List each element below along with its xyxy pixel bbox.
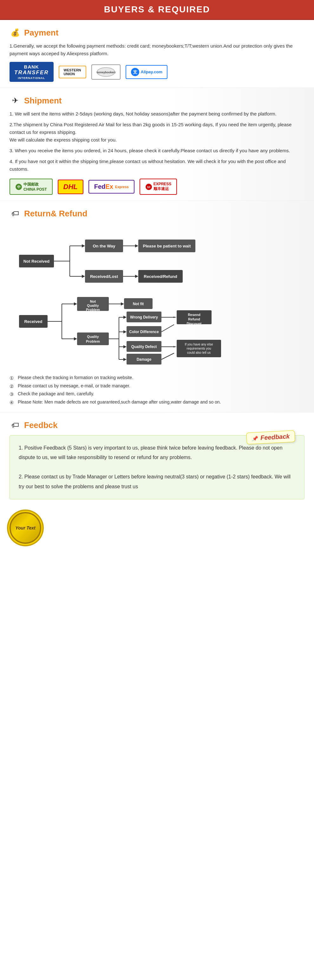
- chinapost-logo: 中 中国邮政CHINA POST: [10, 179, 53, 195]
- feedback-title: Feedbck: [24, 420, 58, 430]
- svg-marker-67: [173, 317, 177, 318]
- feedback-icon: 🏷: [10, 419, 21, 431]
- payment-section: 💰 Payment 1.Generally, we accept the fol…: [0, 20, 314, 88]
- note-2: ② Please contact us by meesage, e-mail, …: [10, 382, 304, 391]
- svg-text:支: 支: [133, 70, 138, 75]
- svg-text:On the Way: On the Way: [93, 243, 116, 248]
- shipment-text-1: 1. We will sent the items within 2-5days…: [10, 110, 304, 118]
- svg-text:moneybookers: moneybookers: [97, 71, 116, 74]
- svg-text:requirements you: requirements you: [187, 347, 211, 350]
- svg-text:Not fit: Not fit: [133, 302, 144, 306]
- svg-text:Discount: Discount: [187, 322, 201, 326]
- feedback-section: 🏷 Feedbck Feedback 1. Positive Feedback …: [0, 412, 314, 553]
- dhl-logo: DHL: [58, 180, 83, 194]
- svg-text:Not: Not: [90, 299, 96, 303]
- svg-marker-13: [82, 244, 85, 247]
- shipment-text-3: 3. When you receive the items you ordere…: [10, 147, 304, 154]
- svg-marker-25: [135, 275, 138, 278]
- shipment-title-row: ✈ Shipment: [10, 95, 304, 106]
- svg-text:Received: Received: [24, 319, 42, 324]
- note-4: ④ Please Note: Men made defects are not …: [10, 398, 304, 407]
- shipment-text-4: 4. If you have not got it within the shi…: [10, 158, 304, 173]
- shipment-title: Shipment: [24, 96, 62, 106]
- svg-text:Color Difference: Color Difference: [129, 329, 159, 334]
- svg-text:Received/Lost: Received/Lost: [90, 274, 118, 279]
- page-title: BUYERS & REQUIRED: [0, 5, 314, 14]
- svg-text:Quality Defect: Quality Defect: [131, 345, 157, 349]
- svg-text:Refund: Refund: [188, 317, 200, 321]
- svg-text:could also tell us: could also tell us: [187, 351, 211, 354]
- svg-text:Not Received: Not Received: [24, 259, 49, 264]
- svg-text:SF: SF: [147, 186, 151, 189]
- payment-icon: 💰: [10, 27, 21, 38]
- moneybookers-logo: moneybookers: [91, 64, 121, 80]
- svg-text:Quality: Quality: [87, 335, 99, 339]
- return-section: 🏷 Return& Refund Not Received On the Way…: [0, 201, 314, 412]
- gold-badge: Your Text: [10, 512, 41, 544]
- gold-badge-wrapper: Your Text: [10, 506, 304, 544]
- svg-text:Please be patient to wait: Please be patient to wait: [143, 243, 191, 248]
- svg-marker-21: [82, 275, 85, 278]
- western-union-logo: WESTERNUNION: [59, 66, 86, 78]
- shipment-text-2: 2.The shipment by China Post Registered …: [10, 121, 304, 144]
- feedback-content: 1. Positive Feedback (5 Stars) is very i…: [10, 435, 304, 500]
- bank-transfer-logo: BANKTRANSFERINTERNATIONAL: [10, 62, 54, 82]
- svg-text:Quality: Quality: [87, 304, 99, 307]
- svg-marker-39: [74, 337, 77, 340]
- sfexpress-logo: SF EXPRESS顺丰速运: [140, 179, 177, 195]
- alipay-logo: 支 Alipay.com: [125, 65, 168, 79]
- return-icon: 🏷: [10, 208, 21, 219]
- svg-text:Problem: Problem: [86, 308, 100, 312]
- payment-title: Payment: [24, 28, 59, 38]
- payment-text: 1.Generally, we accept the following pay…: [10, 42, 304, 57]
- shipping-logos: 中 中国邮政CHINA POST DHL FedEx Express SF EX…: [10, 179, 304, 195]
- svg-text:Problem: Problem: [86, 339, 100, 343]
- svg-marker-54: [124, 330, 127, 333]
- svg-marker-33: [74, 302, 77, 305]
- svg-marker-74: [173, 346, 177, 347]
- fedex-logo: FedEx Express: [89, 180, 135, 194]
- svg-text:Resend: Resend: [188, 313, 200, 317]
- airplane-icon: ✈: [10, 95, 21, 106]
- svg-rect-40: [77, 332, 109, 345]
- svg-text:Received/Refund: Received/Refund: [144, 274, 177, 279]
- svg-marker-50: [124, 316, 127, 319]
- note-1: ① Please check the tracking in formation…: [10, 374, 304, 382]
- feedback-title-row: 🏷 Feedbck: [10, 419, 304, 431]
- flowchart-svg: Not Received On the Way Please be patien…: [10, 223, 301, 369]
- svg-text:If you have any else: If you have any else: [185, 343, 213, 346]
- payment-title-row: 💰 Payment: [10, 27, 304, 38]
- feedback-text-1: 1. Positive Feedback (5 Stars) is very i…: [19, 443, 295, 463]
- svg-line-66: [162, 325, 174, 332]
- return-notes: ① Please check the tracking in formation…: [10, 374, 304, 406]
- svg-marker-44: [121, 302, 124, 305]
- svg-line-73: [162, 353, 174, 360]
- svg-marker-62: [124, 358, 127, 361]
- return-title: Return& Refund: [24, 209, 87, 219]
- flowchart-wrapper: Not Received On the Way Please be patien…: [10, 223, 304, 370]
- payment-logos: BANKTRANSFERINTERNATIONAL WESTERNUNION m…: [10, 62, 304, 82]
- svg-text:Wrong Delivery: Wrong Delivery: [130, 315, 158, 320]
- svg-marker-58: [124, 345, 127, 348]
- shipment-section: ✈ Shipment 1. We will sent the items wit…: [0, 88, 314, 201]
- svg-marker-17: [135, 244, 138, 247]
- svg-text:Damage: Damage: [137, 357, 152, 362]
- svg-text:中: 中: [17, 185, 21, 189]
- return-title-row: 🏷 Return& Refund: [10, 208, 304, 219]
- feedback-text-2: 2. Please contact us by Trade Manager or…: [19, 472, 295, 492]
- page-header: BUYERS & REQUIRED: [0, 0, 314, 20]
- note-3: ③ Check the package and Item, carefully.: [10, 390, 304, 398]
